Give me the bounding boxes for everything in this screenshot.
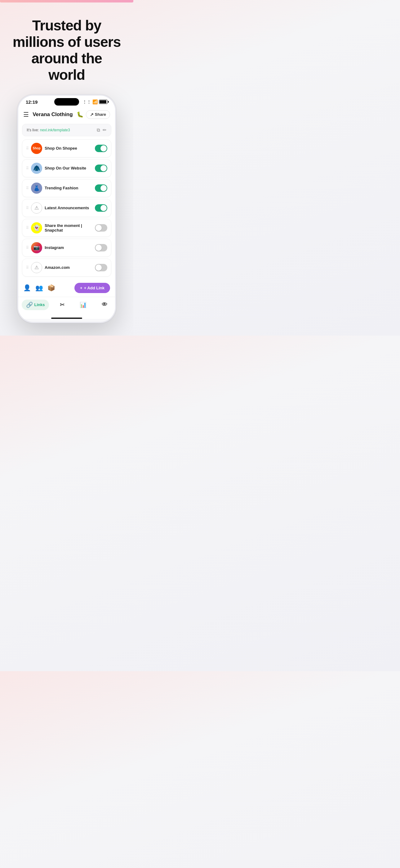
tab-design[interactable]: ✂	[56, 300, 69, 310]
share-label: Share	[95, 112, 106, 117]
snapchat-toggle-thumb	[96, 225, 102, 231]
live-prefix: It's live:	[27, 128, 39, 132]
drag-handle-shopee[interactable]: ⠿	[26, 146, 29, 151]
list-item: ⠿ 👻 Share the moment | Snapchat	[22, 219, 111, 237]
phone-inner: 12:19 ⋮⋮ 📶 ☰ Verana Clothing 🐛 ↗ Share	[18, 96, 115, 322]
snapchat-label-multi: Share the moment | Snapchat	[45, 223, 92, 232]
box-icon-button[interactable]: 📦	[47, 284, 55, 291]
drag-handle-website[interactable]: ⠿	[26, 166, 29, 170]
hero-section: Trusted by millions of users around the …	[0, 2, 133, 94]
list-item: ⠿ 📷 Instagram	[22, 239, 111, 257]
design-tab-icon: ✂	[60, 302, 65, 308]
link-list: ⠿ Shop Shop On Shopee ⠿ 🧥 Shop On Our We…	[18, 140, 115, 277]
action-icons: 👤 👥 📦	[23, 284, 55, 291]
snapchat-icon: 👻	[31, 222, 42, 234]
user-icon-button[interactable]: 👤	[23, 284, 31, 291]
instagram-label: Instagram	[45, 245, 92, 250]
live-link-bar: It's live: nexl.ink/template3 ⧉ ✏	[22, 124, 111, 136]
drag-handle-snapchat[interactable]: ⠿	[26, 226, 29, 230]
wifi-icon: ⋮⋮	[82, 99, 91, 104]
fashion-toggle-thumb	[100, 185, 107, 191]
live-link-actions: ⧉ ✏	[97, 127, 107, 133]
website-label: Shop On Our Website	[45, 166, 92, 170]
amazon-toggle[interactable]	[95, 264, 107, 271]
website-icon: 🧥	[31, 163, 42, 174]
status-bar: 12:19 ⋮⋮ 📶	[18, 96, 115, 106]
battery-fill	[100, 100, 106, 103]
live-link-text: It's live: nexl.ink/template3	[27, 128, 70, 132]
instagram-icon: 📷	[31, 242, 42, 253]
phone-mockup: 12:19 ⋮⋮ 📶 ☰ Verana Clothing 🐛 ↗ Share	[17, 94, 116, 323]
shopee-label: Shop On Shopee	[45, 146, 92, 151]
announce-icon: ⚠	[31, 203, 42, 214]
bottom-tabs: 🔗 Links ✂ 📊 👁	[18, 297, 115, 316]
list-item: ⠿ Shop Shop On Shopee	[22, 140, 111, 157]
snapchat-sub-label: Snapchat	[45, 228, 92, 232]
add-link-icon: +	[80, 286, 82, 290]
status-icons: ⋮⋮ 📶	[82, 99, 108, 104]
links-tab-label: Links	[34, 302, 45, 307]
drag-handle-amazon[interactable]: ⠿	[26, 266, 29, 270]
battery-icon	[99, 100, 108, 104]
drag-handle-fashion[interactable]: ⠿	[26, 186, 29, 190]
amazon-toggle-thumb	[96, 265, 102, 271]
add-link-button[interactable]: + + Add Link	[74, 283, 110, 293]
live-url[interactable]: nexl.ink/template3	[40, 128, 70, 132]
wifi-signal-icon: 📶	[92, 99, 98, 104]
fashion-label: Trending Fashion	[45, 186, 92, 190]
instagram-toggle[interactable]	[95, 244, 107, 251]
copy-icon[interactable]: ⧉	[97, 127, 100, 133]
announce-label: Latest Announcements	[45, 206, 92, 210]
stats-tab-icon: 📊	[80, 302, 87, 308]
shopee-toggle[interactable]	[95, 145, 107, 152]
drag-handle-announce[interactable]: ⠿	[26, 206, 29, 210]
announce-toggle[interactable]	[95, 204, 107, 212]
fashion-icon: 👗	[31, 183, 42, 194]
top-nav: ☰ Verana Clothing 🐛 ↗ Share	[18, 106, 115, 122]
amazon-icon: ⚠	[31, 262, 42, 273]
users-icon-button[interactable]: 👥	[35, 284, 43, 291]
website-toggle[interactable]	[95, 164, 107, 172]
shopee-icon: Shop	[31, 143, 42, 154]
edit-icon[interactable]: ✏	[103, 127, 107, 133]
tab-links[interactable]: 🔗 Links	[22, 300, 49, 310]
app-content: ☰ Verana Clothing 🐛 ↗ Share It's live: n…	[18, 106, 115, 319]
links-tab-icon: 🔗	[26, 302, 33, 308]
hero-title: Trusted by millions of users around the …	[12, 18, 121, 83]
bug-icon[interactable]: 🐛	[76, 111, 84, 118]
snapchat-toggle[interactable]	[95, 224, 107, 231]
fashion-toggle[interactable]	[95, 184, 107, 192]
status-time: 12:19	[26, 99, 37, 104]
list-item: ⠿ ⚠ Latest Announcements	[22, 199, 111, 217]
share-icon: ↗	[90, 112, 94, 117]
snapchat-main-label: Share the moment |	[45, 223, 92, 228]
nav-title: Verana Clothing	[33, 112, 72, 118]
menu-icon[interactable]: ☰	[23, 111, 29, 118]
tab-stats[interactable]: 📊	[75, 300, 91, 310]
top-decoration	[0, 0, 133, 2]
amazon-label: Amazon.com	[45, 265, 92, 270]
preview-tab-icon: 👁	[102, 302, 107, 308]
list-item: ⠿ 🧥 Shop On Our Website	[22, 159, 111, 177]
shopee-toggle-thumb	[100, 145, 107, 152]
tab-preview[interactable]: 👁	[97, 300, 112, 310]
website-toggle-thumb	[100, 165, 107, 172]
nav-right: 🐛 ↗ Share	[76, 110, 110, 119]
add-link-label: + Add Link	[84, 286, 104, 290]
home-indicator	[51, 318, 82, 319]
share-button[interactable]: ↗ Share	[86, 110, 110, 119]
instagram-toggle-thumb	[96, 245, 102, 251]
list-item: ⠿ 👗 Trending Fashion	[22, 179, 111, 197]
dynamic-island	[54, 98, 79, 105]
bottom-action-bar: 👤 👥 📦 + + Add Link	[18, 279, 115, 297]
drag-handle-instagram[interactable]: ⠿	[26, 246, 29, 250]
announce-toggle-thumb	[100, 205, 107, 211]
list-item: ⠿ ⚠ Amazon.com	[22, 258, 111, 277]
